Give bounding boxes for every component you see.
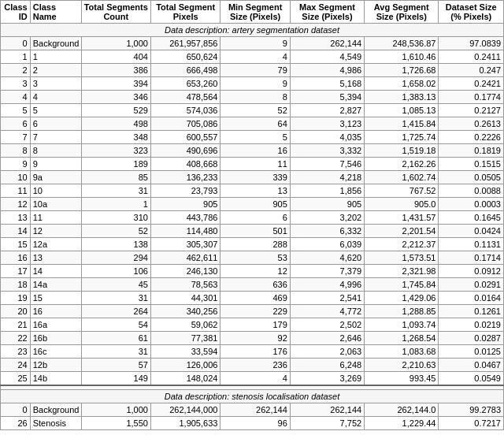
- table-cell: 9: [220, 77, 290, 91]
- table-cell: 14a: [30, 278, 81, 292]
- table-cell: 20: [1, 305, 31, 318]
- table-cell: 0.0424: [439, 225, 504, 238]
- header-avg-segment-size: Avg SegmentSize (Pixels): [365, 1, 439, 24]
- table-cell: 1,856: [290, 184, 364, 198]
- table-cell: 0: [1, 37, 31, 50]
- table-cell: 348: [81, 131, 150, 144]
- table-cell: 5: [30, 104, 81, 117]
- table-cell: 4,035: [290, 131, 364, 144]
- table-cell: 15: [30, 292, 81, 305]
- table-cell: 478,564: [150, 91, 220, 104]
- table-cell: 4: [220, 50, 290, 64]
- table-row: 44346478,56485,3941,383.130.1774: [1, 91, 504, 104]
- table-cell: 1,000: [81, 403, 150, 417]
- table-cell: 6,039: [290, 238, 364, 251]
- table-cell: 1,415.84: [365, 117, 439, 131]
- table-cell: 1: [81, 198, 150, 211]
- table-cell: 52: [81, 225, 150, 238]
- section2-header: Data description: stenosis localisation …: [1, 390, 504, 403]
- table-cell: 2,201.54: [365, 225, 439, 238]
- table-cell: 1,083.68: [365, 345, 439, 359]
- table-cell: 0.2613: [439, 117, 504, 131]
- table-row: 2016264340,2562294,7721,288.850.1261: [1, 305, 504, 318]
- table-cell: 4,620: [290, 251, 364, 265]
- table-cell: 4,549: [290, 50, 364, 64]
- table-cell: 0.1819: [439, 144, 504, 158]
- table-cell: 2: [30, 64, 81, 77]
- table-cell: 262,144: [290, 37, 364, 50]
- table-cell: 53: [220, 251, 290, 265]
- table-cell: 0.1261: [439, 305, 504, 318]
- table-cell: 79: [220, 64, 290, 77]
- table-cell: 5,168: [290, 77, 364, 91]
- table-cell: 31: [81, 292, 150, 305]
- table-cell: 490,696: [150, 144, 220, 158]
- table-cell: 229: [220, 305, 290, 318]
- table-cell: 1,429.06: [365, 292, 439, 305]
- table-cell: 45: [81, 278, 150, 292]
- table-cell: 114,480: [150, 225, 220, 238]
- table-cell: 0.0088: [439, 184, 504, 198]
- table-cell: 0.0125: [439, 345, 504, 359]
- table-cell: 0.0505: [439, 171, 504, 184]
- table-cell: 0: [1, 403, 31, 417]
- table-cell: 1,268.54: [365, 332, 439, 345]
- table-cell: 33,594: [150, 345, 220, 359]
- table-cell: 0.0467: [439, 359, 504, 372]
- table-cell: 24: [1, 359, 31, 372]
- table-cell: 0.2127: [439, 104, 504, 117]
- table-cell: 0.7217: [439, 417, 504, 430]
- table-cell: 394: [81, 77, 150, 91]
- table-cell: 6: [220, 211, 290, 225]
- table-cell: 19: [1, 292, 31, 305]
- table-cell: 176: [220, 345, 290, 359]
- table-cell: 1,658.02: [365, 77, 439, 91]
- table-cell: 64: [220, 117, 290, 131]
- table-cell: 9: [1, 158, 31, 171]
- table-cell: 148,024: [150, 372, 220, 386]
- table-cell: 14: [1, 225, 31, 238]
- table-cell: 1,573.51: [365, 251, 439, 265]
- table-cell: 5: [1, 104, 31, 117]
- table-cell: 11: [30, 211, 81, 225]
- table-cell: 61: [81, 332, 150, 345]
- table-cell: 1,093.74: [365, 318, 439, 332]
- table-cell: 1,229.44: [365, 417, 439, 430]
- table-cell: 4,996: [290, 278, 364, 292]
- table-cell: 0.0219: [439, 318, 504, 332]
- table-row: 1714106246,130127,3792,321.980.0912: [1, 265, 504, 278]
- table-cell: 0.247: [439, 64, 504, 77]
- table-cell: 54: [81, 318, 150, 332]
- table-cell: 993.45: [365, 372, 439, 386]
- table-cell: 14: [30, 265, 81, 278]
- header-class-name: ClassName: [30, 1, 81, 24]
- table-row: 66498705,086643,1231,415.840.2613: [1, 117, 504, 131]
- table-cell: 4,772: [290, 305, 364, 318]
- table-cell: 3,123: [290, 117, 364, 131]
- table-row: 109a85136,2333394,2181,602.740.0505: [1, 171, 504, 184]
- table-cell: Stenosis: [30, 417, 81, 430]
- table-row: 0Background1,000261,957,8569262,144248,5…: [1, 37, 504, 50]
- table-cell: 0.2411: [439, 50, 504, 64]
- table-cell: 8: [220, 91, 290, 104]
- table-cell: 9a: [30, 171, 81, 184]
- table-cell: 1,000: [81, 37, 150, 50]
- table-cell: 346: [81, 91, 150, 104]
- table-cell: 529: [81, 104, 150, 117]
- table-cell: 25: [1, 372, 31, 386]
- table-cell: 1,602.74: [365, 171, 439, 184]
- table-cell: 7: [30, 131, 81, 144]
- table-cell: 262,144.0: [365, 403, 439, 417]
- table-cell: 1,519.18: [365, 144, 439, 158]
- table-row: 2216b6177,381922,6461,268.540.0287: [1, 332, 504, 345]
- table-cell: 106: [81, 265, 150, 278]
- table-cell: 44,301: [150, 292, 220, 305]
- table-cell: 294: [81, 251, 150, 265]
- header-min-segment-size: Min SegmentSize (Pixels): [220, 1, 290, 24]
- table-cell: 1: [1, 50, 31, 64]
- table-row: 141252114,4805016,3322,201.540.0424: [1, 225, 504, 238]
- table-cell: 905: [290, 198, 364, 211]
- table-cell: 705,086: [150, 117, 220, 131]
- table-cell: 650,624: [150, 50, 220, 64]
- table-cell: 16a: [30, 318, 81, 332]
